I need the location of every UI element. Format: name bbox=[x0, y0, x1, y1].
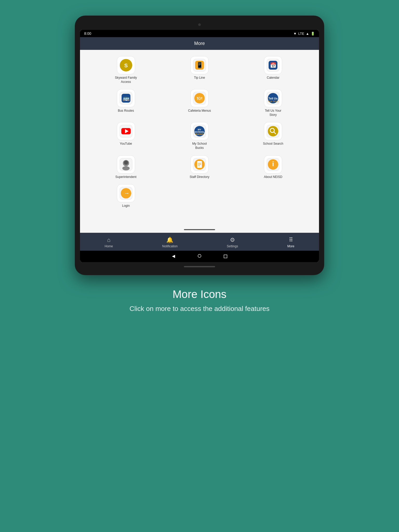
svg-text:Your Story: Your Story bbox=[268, 100, 278, 103]
status-time: 8:00 bbox=[84, 31, 91, 36]
svg-text:🍽: 🍽 bbox=[197, 95, 202, 101]
login-icon-wrapper: → bbox=[117, 184, 135, 202]
tellusstory-label: Tell Us Your Story bbox=[261, 109, 285, 117]
aboutneisd-icon-wrapper: i bbox=[264, 155, 282, 174]
tipline-icon-wrapper: 📱 bbox=[190, 56, 209, 74]
footer-subtitle: Click on more to access the additional f… bbox=[129, 305, 269, 313]
icon-skyward-family-access[interactable]: S Skyward Family Access bbox=[90, 56, 161, 84]
svg-marker-46 bbox=[172, 255, 175, 258]
battery-icon: 🔋 bbox=[311, 32, 315, 36]
tablet-bottom-bar bbox=[80, 262, 319, 267]
svg-rect-48 bbox=[224, 255, 227, 258]
icon-school-search[interactable]: School Search bbox=[238, 122, 309, 150]
recents-button[interactable] bbox=[223, 254, 228, 259]
icon-about-neisd[interactable]: i About NEISD bbox=[238, 155, 309, 179]
icon-calendar[interactable]: 📅 Calendar bbox=[238, 56, 309, 84]
staffdirectory-label: Staff Directory bbox=[190, 175, 209, 179]
footer-title: More Icons bbox=[129, 288, 269, 301]
skyward-icon-wrapper: S bbox=[117, 56, 135, 74]
youtube-icon-wrapper bbox=[117, 122, 135, 140]
calendar-label: Calendar bbox=[267, 76, 280, 80]
notification-label: Notification bbox=[162, 244, 177, 248]
scroll-area bbox=[80, 227, 319, 233]
footer-text-area: More Icons Click on more to access the a… bbox=[124, 275, 275, 321]
wifi-icon: ▼ bbox=[293, 32, 297, 36]
icon-my-school-bucks[interactable]: MY SCHOOL BUCKS My School Bucks bbox=[164, 122, 235, 150]
schoolsearch-icon bbox=[267, 125, 280, 138]
home-button[interactable] bbox=[197, 254, 202, 259]
tipline-label: Tip Line bbox=[194, 76, 205, 80]
tablet-top-bar bbox=[80, 23, 319, 30]
svg-text:📱: 📱 bbox=[196, 62, 203, 69]
youtube-icon bbox=[119, 125, 132, 138]
icon-login[interactable]: → Login bbox=[90, 184, 161, 208]
busroutes-icon-wrapper: 🚌 bbox=[117, 89, 135, 107]
cafeteria-label: Cafeteria Menus bbox=[188, 109, 211, 113]
status-bar: 8:00 ▼ LTE ▲ 🔋 bbox=[80, 30, 319, 37]
tablet-screen: 8:00 ▼ LTE ▲ 🔋 More S bbox=[80, 30, 319, 262]
signal-icon: ▲ bbox=[306, 32, 309, 36]
tablet-device: 8:00 ▼ LTE ▲ 🔋 More S bbox=[75, 16, 324, 275]
notification-icon: 🔔 bbox=[166, 237, 173, 243]
superintendent-label: Superintendent bbox=[115, 175, 136, 179]
calendar-icon: 📅 bbox=[267, 59, 280, 72]
icon-bus-routes[interactable]: 🚌 Bus Routes bbox=[90, 89, 161, 117]
calendar-icon-wrapper: 📅 bbox=[264, 56, 282, 74]
svg-point-47 bbox=[198, 254, 201, 257]
icon-cafeteria-menus[interactable]: 🍽 Cafeteria Menus bbox=[164, 89, 235, 117]
svg-text:→: → bbox=[124, 190, 130, 196]
svg-text:BUCKS: BUCKS bbox=[195, 133, 204, 136]
aboutneisd-icon: i bbox=[267, 158, 280, 171]
svg-text:S: S bbox=[124, 63, 128, 68]
cafeteria-icon: 🍽 bbox=[193, 92, 206, 105]
lte-label: LTE bbox=[298, 32, 304, 36]
icon-youtube[interactable]: YouTube bbox=[90, 122, 161, 150]
android-navigation bbox=[80, 251, 319, 262]
nav-settings[interactable]: ⚙ Settings bbox=[222, 236, 243, 249]
more-icon: ⠿ bbox=[289, 237, 293, 243]
icon-tell-us-your-story[interactable]: Tell Us Your Story Tell Us Your Story bbox=[238, 89, 309, 117]
myschoolbucks-icon-wrapper: MY SCHOOL BUCKS bbox=[190, 122, 209, 140]
svg-point-27 bbox=[268, 126, 278, 136]
settings-label: Settings bbox=[227, 244, 238, 248]
busroutes-label: Bus Routes bbox=[118, 109, 134, 113]
settings-icon: ⚙ bbox=[230, 237, 235, 243]
nav-more[interactable]: ⠿ More bbox=[282, 236, 300, 249]
nav-notification[interactable]: 🔔 Notification bbox=[157, 236, 183, 249]
nav-home[interactable]: ⌂ Home bbox=[99, 236, 118, 249]
home-label: Home bbox=[105, 244, 113, 248]
tellusstory-icon-wrapper: Tell Us Your Story bbox=[264, 89, 282, 107]
icon-staff-directory[interactable]: Staff Directory bbox=[164, 155, 235, 179]
app-content: S Skyward Family Access 📱 Tip Line bbox=[80, 50, 319, 227]
tellusstory-icon: Tell Us Your Story bbox=[267, 92, 280, 105]
staffdirectory-icon-wrapper bbox=[190, 155, 209, 174]
svg-point-33 bbox=[122, 166, 130, 170]
more-label: More bbox=[287, 244, 294, 248]
superintendent-icon bbox=[119, 158, 132, 171]
home-indicator bbox=[184, 266, 215, 267]
icon-superintendent[interactable]: Superintendent bbox=[90, 155, 161, 179]
schoolsearch-icon-wrapper bbox=[264, 122, 282, 140]
aboutneisd-label: About NEISD bbox=[264, 175, 282, 179]
skyward-label: Skyward Family Access bbox=[114, 76, 138, 84]
busroutes-icon: 🚌 bbox=[119, 92, 132, 105]
staffdirectory-icon bbox=[193, 158, 206, 171]
cafeteria-icon-wrapper: 🍽 bbox=[190, 89, 209, 107]
tipline-icon: 📱 bbox=[193, 59, 206, 72]
svg-text:📅: 📅 bbox=[270, 62, 276, 68]
login-icon: → bbox=[119, 187, 132, 200]
bottom-navigation: ⌂ Home 🔔 Notification ⚙ Settings ⠿ More bbox=[80, 233, 319, 251]
icons-grid: S Skyward Family Access 📱 Tip Line bbox=[90, 56, 309, 208]
youtube-label: YouTube bbox=[120, 142, 132, 146]
back-button[interactable] bbox=[171, 254, 176, 259]
scroll-indicator bbox=[184, 229, 215, 230]
camera bbox=[198, 23, 201, 26]
skyward-icon: S bbox=[119, 59, 132, 72]
svg-text:Tell Us: Tell Us bbox=[269, 97, 278, 100]
svg-text:🚌: 🚌 bbox=[122, 95, 130, 102]
icon-tip-line[interactable]: 📱 Tip Line bbox=[164, 56, 235, 84]
svg-point-32 bbox=[124, 161, 128, 165]
schoolsearch-label: School Search bbox=[263, 142, 283, 146]
app-header: More bbox=[80, 37, 319, 50]
svg-text:i: i bbox=[272, 160, 274, 168]
